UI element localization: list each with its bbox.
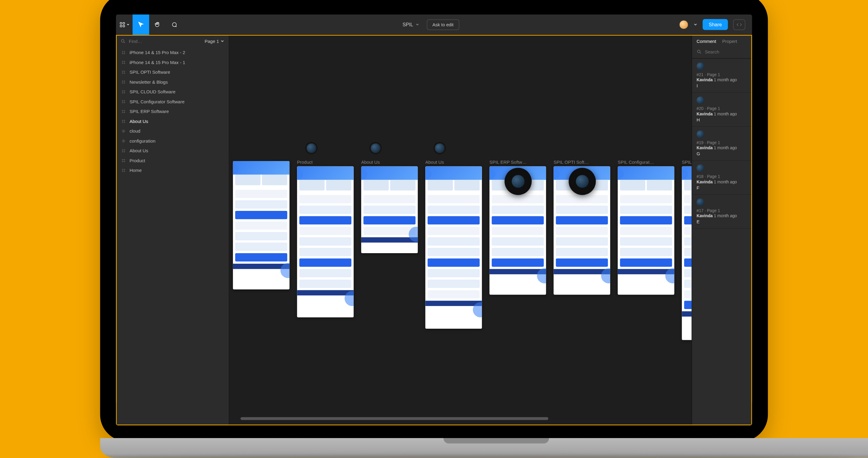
canvas-frame[interactable]: About Us	[361, 159, 418, 253]
canvas-frame[interactable]: SPIL ERP Softw…	[490, 159, 546, 294]
layer-search-input[interactable]	[129, 38, 202, 44]
canvas-frame[interactable]: About Us	[425, 159, 482, 328]
comment-search-input[interactable]	[705, 49, 752, 54]
comment-list[interactable]: #21 · Page 1Kavinda 1 month agoI#20 · Pa…	[692, 59, 752, 425]
layer-row[interactable]: configuration	[116, 136, 229, 146]
frame-label: SPIL Configurat…	[618, 159, 654, 165]
canvas-frame[interactable]	[233, 159, 290, 289]
share-button[interactable]: Share	[703, 19, 728, 30]
layer-name: cloud	[129, 128, 140, 134]
chevron-down-icon[interactable]	[693, 22, 698, 26]
chevron-down-icon	[221, 39, 224, 43]
canvas-frames: ProductAbout UsAbout UsSPIL ERP Softw…SP…	[233, 159, 692, 340]
move-tool[interactable]	[132, 14, 149, 34]
left-panel-head: Page 1	[116, 35, 229, 48]
frame-surface[interactable]	[361, 166, 418, 253]
layer-row[interactable]: Home	[116, 165, 229, 175]
frame-label: About Us	[425, 159, 444, 165]
canvas[interactable]: ProductAbout UsAbout UsSPIL ERP Softw…SP…	[229, 35, 692, 425]
layer-name: About Us	[129, 118, 148, 124]
frame-icon	[121, 99, 126, 104]
frame-icon	[121, 148, 126, 153]
page-selector[interactable]: Page 1	[205, 38, 224, 44]
frame-surface[interactable]	[233, 161, 290, 289]
frame-surface[interactable]	[618, 166, 675, 294]
user-avatar[interactable]	[679, 20, 688, 29]
layer-row[interactable]: Newsletter & Blogs	[116, 77, 229, 87]
canvas-frame[interactable]: SPIL Configurat…	[618, 159, 675, 294]
layer-name: Home	[129, 168, 142, 173]
comment-item[interactable]: #17 · Page 1Kavinda 1 month agoE	[692, 195, 752, 229]
comment-pin[interactable]	[434, 143, 445, 153]
topbar: SPIL Ask to edit Share	[116, 14, 752, 35]
comment-author-line: Kavinda 1 month ago	[696, 112, 748, 116]
canvas-frame[interactable]: SPIL OPTI Soft…	[554, 159, 610, 294]
canvas-horizontal-scrollbar[interactable]	[241, 417, 681, 420]
layer-row[interactable]: About Us	[116, 146, 229, 155]
frame-icon	[121, 50, 126, 55]
layer-list[interactable]: iPhone 14 & 15 Pro Max - 2iPhone 14 & 15…	[116, 48, 229, 425]
layer-row[interactable]: iPhone 14 & 15 Pro Max - 2	[116, 48, 229, 57]
comment-pin-large[interactable]	[568, 168, 596, 195]
document-title[interactable]: SPIL	[403, 22, 419, 27]
comment-item[interactable]: #18 · Page 1Kavinda 1 month agoF	[692, 161, 752, 195]
comment-item[interactable]: #19 · Page 1Kavinda 1 month agoG	[692, 126, 752, 161]
comment-meta: #19 · Page 1	[696, 140, 748, 145]
comment-meta: #21 · Page 1	[696, 72, 748, 77]
frame-label: SPIL ERP Softw…	[490, 159, 527, 165]
comment-author-line: Kavinda 1 month ago	[696, 145, 748, 150]
layer-row[interactable]: Product	[116, 155, 229, 166]
laptop-screen-frame: SPIL Ask to edit Share	[100, 0, 768, 441]
frame-surface[interactable]	[682, 166, 692, 340]
frame-icon	[121, 60, 126, 65]
frame-label: Product	[297, 159, 313, 165]
frame-icon	[121, 119, 126, 123]
topbar-right: Share	[679, 19, 752, 30]
canvas-frame[interactable]: SPIL CLOUD So…	[682, 159, 692, 340]
tab-properties[interactable]: Propert	[722, 38, 737, 44]
comment-tool[interactable]	[166, 14, 182, 34]
tab-comment[interactable]: Comment	[696, 38, 716, 44]
layer-name: SPIL CLOUD Software	[129, 89, 175, 94]
frame-surface[interactable]	[297, 166, 354, 317]
frame-label: SPIL OPTI Soft…	[554, 159, 589, 165]
comment-pin[interactable]	[306, 143, 317, 153]
layer-row[interactable]: SPIL CLOUD Software	[116, 87, 229, 97]
layer-row[interactable]: cloud	[116, 126, 229, 136]
figma-menu-button[interactable]	[116, 14, 132, 34]
app-body: Page 1 iPhone 14 & 15 Pro Max - 2iPhone …	[116, 35, 752, 425]
scrollbar-thumb[interactable]	[241, 417, 548, 420]
search-icon	[696, 49, 702, 54]
comment-meta: #20 · Page 1	[696, 106, 748, 111]
laptop-mockup: SPIL Ask to edit Share	[100, 0, 768, 458]
comment-avatar	[696, 164, 704, 172]
comment-avatar	[696, 130, 704, 138]
frame-icon	[121, 89, 126, 94]
page-selector-label: Page 1	[205, 38, 219, 44]
comment-pin[interactable]	[370, 143, 381, 153]
comment-pin-large[interactable]	[505, 168, 532, 195]
frame-surface[interactable]	[425, 166, 482, 329]
layer-row[interactable]: SPIL ERP Software	[116, 106, 229, 116]
search-icon	[120, 38, 126, 44]
layer-name: SPIL ERP Software	[129, 109, 169, 114]
comment-item[interactable]: #21 · Page 1Kavinda 1 month agoI	[692, 59, 752, 93]
topbar-center: SPIL Ask to edit	[182, 19, 679, 30]
layer-row[interactable]: About Us	[116, 116, 229, 126]
layer-name: About Us	[129, 148, 148, 153]
app-window: SPIL Ask to edit Share	[116, 14, 752, 425]
hand-tool[interactable]	[149, 14, 166, 34]
layer-row[interactable]: SPIL Configurator Software	[116, 97, 229, 107]
frame-icon	[121, 168, 126, 172]
ask-to-edit-button[interactable]: Ask to edit	[427, 19, 459, 30]
comment-avatar	[696, 96, 704, 104]
layer-row[interactable]: SPIL OPTI Software	[116, 67, 229, 77]
right-panel: Comment Propert #21 · Page 1Kavinda 1 mo…	[692, 35, 752, 425]
dev-mode-button[interactable]	[733, 19, 745, 30]
frame-icon	[121, 158, 126, 163]
comment-item[interactable]: #20 · Page 1Kavinda 1 month agoH	[692, 92, 752, 126]
chevron-down-icon	[415, 22, 419, 26]
comment-search	[692, 47, 752, 59]
canvas-frame[interactable]: Product	[297, 159, 354, 317]
layer-row[interactable]: iPhone 14 & 15 Pro Max - 1	[116, 57, 229, 67]
